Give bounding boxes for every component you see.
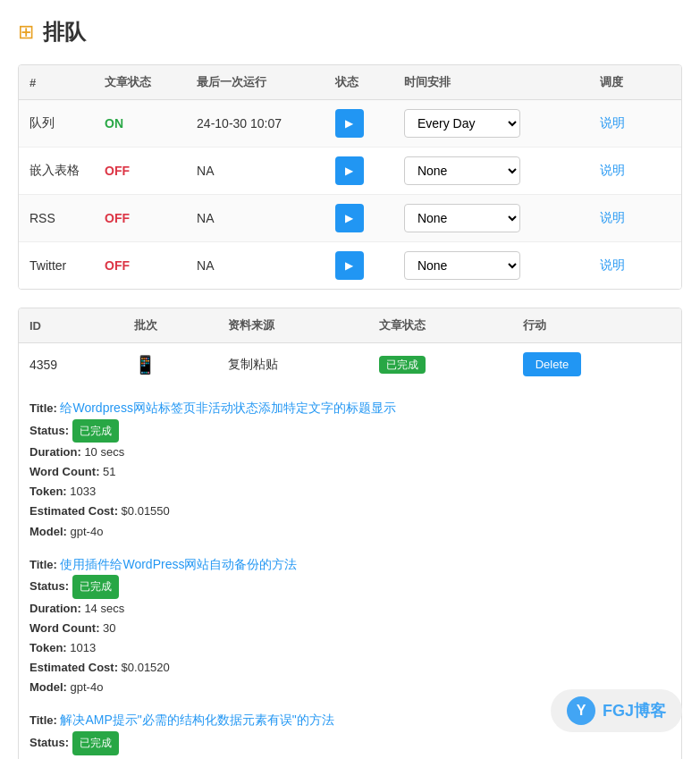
row-last-run: NA [186,242,325,290]
status-label: Status: [30,579,69,593]
article-wordcount-line: Word Count: 30 [30,619,670,638]
article-duration-line: Duration: 24 secs [30,755,670,760]
history-table: ID 批次 资料来源 文章状态 行动 4359 📱 复制粘贴 已完成 [19,308,681,385]
queue-table: # 文章状态 最后一次运行 状态 时间安排 调度 队列 ON 24-10-30 … [19,65,681,289]
token-label: Token: [30,485,67,498]
row-article-status: ON [94,100,186,148]
model-label: Model: [30,525,67,538]
history-row: 4359 📱 复制粘贴 已完成 Delete [19,343,681,386]
article-title-line: Title: 给Wordpress网站标签页非活动状态添加特定文字的标题显示 [30,398,670,419]
play-button[interactable]: ▶ [335,251,364,280]
row-article-status: OFF [94,242,186,290]
row-article-status: OFF [94,148,186,195]
article-title-link[interactable]: 给Wordpress网站标签页非活动状态添加特定文字的标题显示 [60,401,395,415]
duration-label: Duration: [30,602,81,615]
row-play-btn-cell: ▶ [325,242,393,290]
queue-row: Twitter OFF NA ▶ Every DayNone 说明 [19,242,681,290]
status-badge: 已完成 [72,419,119,443]
col-batch: 批次 [123,308,218,343]
page-header: ⊞ 排队 [18,18,682,46]
title-label: Title: [30,401,57,415]
article-title-line: Title: 使用插件给WordPress网站自动备份的方法 [30,554,670,576]
col-hash: # [19,65,94,100]
article-token-line: Token: 1013 [30,638,670,658]
explain-link[interactable]: 说明 [600,210,625,224]
row-play-btn-cell: ▶ [325,148,393,195]
duration-label: Duration: [30,445,81,459]
article-status-line: Status: 已完成 [30,575,670,598]
explain-link[interactable]: 说明 [600,163,625,177]
row-id: 队列 [19,100,94,148]
row-explain: 说明 [589,242,681,290]
article-item: Title: 使用插件给WordPress网站自动备份的方法 Status: 已… [30,554,670,698]
article-duration-line: Duration: 10 secs [30,443,670,462]
status-label: Status: [30,424,69,437]
col-last-run: 最后一次运行 [186,65,325,100]
queue-row: 嵌入表格 OFF NA ▶ Every DayNone 说明 [19,148,681,195]
explain-link[interactable]: 说明 [600,257,625,272]
title-label: Title: [30,558,57,571]
history-batch: 📱 [123,343,218,386]
schedule-select[interactable]: Every DayNone [404,156,520,185]
col-status: 状态 [325,65,393,100]
status-label: Status: [30,736,69,749]
row-schedule: Every DayNone [393,242,589,290]
play-button[interactable]: ▶ [335,109,364,138]
play-button[interactable]: ▶ [335,156,364,185]
queue-section: # 文章状态 最后一次运行 状态 时间安排 调度 队列 ON 24-10-30 … [18,64,682,290]
page-title: 排队 [43,18,86,46]
article-cost-line: Estimated Cost: $0.01550 [30,502,670,521]
queue-icon: ⊞ [18,21,34,44]
article-item: Title: 给Wordpress网站标签页非活动状态添加特定文字的标题显示 S… [30,398,670,542]
delete-button[interactable]: Delete [523,352,582,376]
row-explain: 说明 [589,100,681,148]
row-schedule: Every DayNone [393,195,589,242]
status-badge: 已完成 [379,356,426,374]
col-article-status: 文章状态 [368,308,512,343]
row-schedule: Every DayNone [393,100,589,148]
col-id: ID [19,308,123,343]
article-title-link[interactable]: 使用插件给WordPress网站自动备份的方法 [60,557,297,571]
history-status: 已完成 [368,343,512,386]
token-label: Token: [30,641,67,654]
status-badge: 已完成 [72,575,119,598]
article-model-line: Model: gpt-4o [30,522,670,542]
schedule-select[interactable]: Every DayNone [404,109,520,138]
article-cost-line: Estimated Cost: $0.01520 [30,658,670,678]
schedule-select[interactable]: Every DayNone [404,251,520,280]
col-article-status: 文章状态 [94,65,186,100]
row-last-run: NA [186,148,325,195]
play-button[interactable]: ▶ [335,204,364,232]
watermark-brand: FGJ博客 [603,700,666,721]
row-play-btn-cell: ▶ [325,100,393,148]
mobile-icon: 📱 [134,355,156,375]
watermark: Y FGJ博客 [551,689,682,732]
row-explain: 说明 [589,195,681,242]
article-token-line: Token: 1033 [30,482,670,502]
cost-label: Estimated Cost: [30,661,118,674]
row-id: Twitter [19,242,94,290]
article-duration-line: Duration: 14 secs [30,599,670,619]
cost-label: Estimated Cost: [30,504,118,518]
row-article-status: OFF [94,195,186,242]
article-status-line: Status: 已完成 [30,419,670,443]
row-last-run: 24-10-30 10:07 [186,100,325,148]
wordcount-label: Word Count: [30,465,99,478]
article-title-link[interactable]: 解决AMP提示"必需的结构化数据元素有误"的方法 [60,713,333,727]
wordcount-label: Word Count: [30,621,99,635]
col-schedule: 时间安排 [393,65,589,100]
schedule-select[interactable]: Every DayNone [404,204,520,232]
col-dispatch: 调度 [589,65,681,100]
watermark-logo: Y [567,696,595,725]
row-id: 嵌入表格 [19,148,94,195]
explain-link[interactable]: 说明 [600,115,625,130]
history-id: 4359 [19,343,123,386]
article-wordcount-line: Word Count: 51 [30,462,670,482]
history-action: Delete [512,343,681,386]
row-id: RSS [19,195,94,242]
row-play-btn-cell: ▶ [325,195,393,242]
queue-row: RSS OFF NA ▶ Every DayNone 说明 [19,195,681,242]
queue-row: 队列 ON 24-10-30 10:07 ▶ Every DayNone 说明 [19,100,681,148]
col-source: 资料来源 [217,308,368,343]
title-label: Title: [30,713,57,727]
